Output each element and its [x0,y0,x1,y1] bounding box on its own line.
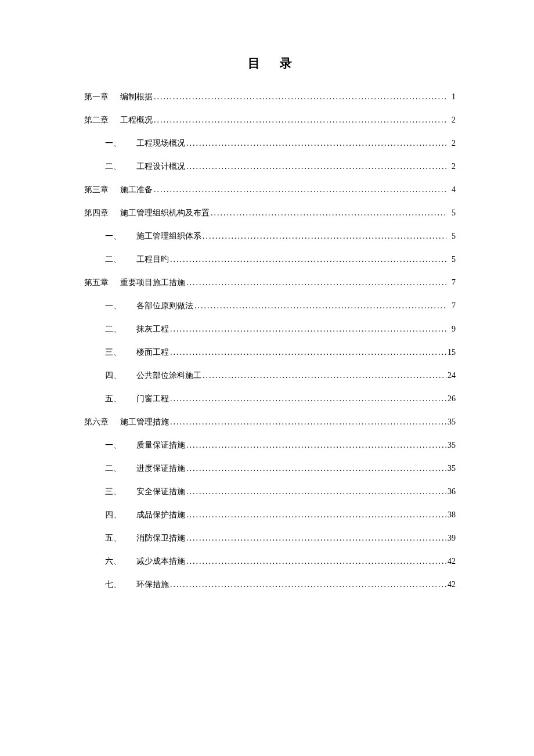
toc-prefix: 一、 [105,440,136,451]
toc-prefix: 第一章 [84,92,120,102]
toc-prefix: 五、 [105,533,136,543]
toc-leader-dots [186,278,446,287]
toc-prefix: 二、 [105,324,136,334]
toc-entry: 四、 公共部位涂料施工 24 [84,370,456,381]
toc-text: 施工准备 [120,185,153,195]
toc-page: 38 [448,510,456,520]
toc-prefix: 一、 [105,231,136,242]
toc-leader-dots [203,371,446,380]
toc-text: 工程设计概况 [136,161,185,172]
toc-prefix: 三、 [105,347,136,358]
toc-leader-dots [154,185,446,195]
toc-leader-dots [211,208,446,218]
toc-entry: 三、 安全保证措施 36 [84,487,456,497]
toc-entry: 一、 施工管理组织体系 5 [84,231,456,242]
toc-text: 质量保证措施 [136,440,185,451]
toc-page: 24 [448,371,456,380]
toc-leader-dots [186,534,446,543]
toc-page: 7 [448,278,456,287]
toc-prefix: 七、 [105,579,136,590]
toc-entry: 第四章 施工管理组织机构及布置 5 [84,208,456,218]
toc-entry: 四、 成品保护措施 38 [84,510,456,520]
toc-leader-dots [194,301,446,311]
toc-text: 环保措施 [136,579,169,590]
toc-page: 5 [448,208,456,218]
toc-page: 35 [448,464,456,473]
toc-entry: 六、 减少成本措施 42 [84,556,456,567]
toc-text: 工程现场概况 [136,138,185,149]
toc-prefix: 四、 [105,510,136,520]
toc-text: 工程目旳 [136,254,169,265]
toc-text: 抹灰工程 [136,324,169,334]
toc-leader-dots [186,557,446,566]
toc-page: 9 [448,325,456,334]
toc-page: 39 [448,534,456,543]
toc-entry: 五、 门窗工程 26 [84,394,456,404]
toc-text: 施工管理组织机构及布置 [120,208,210,218]
toc-prefix: 第三章 [84,185,120,195]
toc-prefix: 六、 [105,556,136,567]
toc-text: 工程概况 [120,115,153,125]
toc-entry: 二、 进度保证措施 35 [84,463,456,474]
toc-text: 减少成本措施 [136,556,185,567]
toc-page: 2 [448,139,456,148]
toc-leader-dots [170,255,446,264]
toc-entry: 一、 质量保证措施 35 [84,440,456,451]
toc-leader-dots [203,232,446,241]
toc-page: 35 [448,441,456,450]
toc-prefix: 第四章 [84,208,120,218]
toc-text: 公共部位涂料施工 [136,370,201,381]
toc-entry: 第六章 施工管理措施 35 [84,417,456,427]
toc-leader-dots [154,116,446,125]
toc-prefix: 四、 [105,370,136,381]
toc-text: 安全保证措施 [136,487,185,497]
toc-text: 各部位原则做法 [136,301,193,311]
toc-leader-dots [170,580,446,589]
toc-page: 2 [448,162,456,171]
toc-entry: 二、 抹灰工程 9 [84,324,456,334]
toc-entry: 第三章 施工准备 4 [84,185,456,195]
toc-page: 5 [448,255,456,264]
toc-prefix: 第六章 [84,417,120,427]
toc-text: 成品保护措施 [136,510,185,520]
toc-prefix: 一、 [105,138,136,149]
toc-entry: 第二章 工程概况 2 [84,115,456,125]
toc-page: 26 [448,394,456,404]
toc-entry: 二、 工程设计概况 2 [84,161,456,172]
toc-text: 楼面工程 [136,347,169,358]
toc-page: 2 [448,116,456,125]
toc-page: 42 [448,557,456,566]
toc-prefix: 一、 [105,301,136,311]
toc-prefix: 二、 [105,463,136,474]
toc-prefix: 第二章 [84,115,120,125]
toc-page: 7 [448,301,456,311]
toc-text: 施工管理措施 [120,417,169,427]
toc-leader-dots [170,348,446,357]
toc-prefix: 第五章 [84,278,120,288]
toc-text: 进度保证措施 [136,463,185,474]
toc-leader-dots [186,464,446,473]
toc-leader-dots [186,441,446,450]
toc-page: 35 [448,417,456,427]
toc-prefix: 二、 [105,161,136,172]
toc-leader-dots [186,487,446,496]
toc-page: 1 [448,92,456,102]
toc-page: 4 [448,185,456,195]
toc-text: 编制根据 [120,92,153,102]
toc-prefix: 三、 [105,487,136,497]
toc-entry: 一、 各部位原则做法 7 [84,301,456,311]
toc-prefix: 二、 [105,254,136,265]
toc-page: 5 [448,232,456,241]
toc-leader-dots [186,162,446,171]
toc-leader-dots [154,92,446,102]
toc-prefix: 五、 [105,394,136,404]
toc-entry: 三、 楼面工程 15 [84,347,456,358]
toc-entry: 五、 消防保卫措施 39 [84,533,456,543]
toc-entry: 二、 工程目旳 5 [84,254,456,265]
toc-entry: 一、 工程现场概况 2 [84,138,456,149]
toc-leader-dots [170,325,446,334]
toc-page: 42 [448,580,456,589]
toc-page: 15 [448,348,456,357]
toc-page: 36 [448,487,456,496]
table-of-contents: 第一章 编制根据 1 第二章 工程概况 2 一、 工程现场概况 2 二、 工程设… [84,92,456,590]
